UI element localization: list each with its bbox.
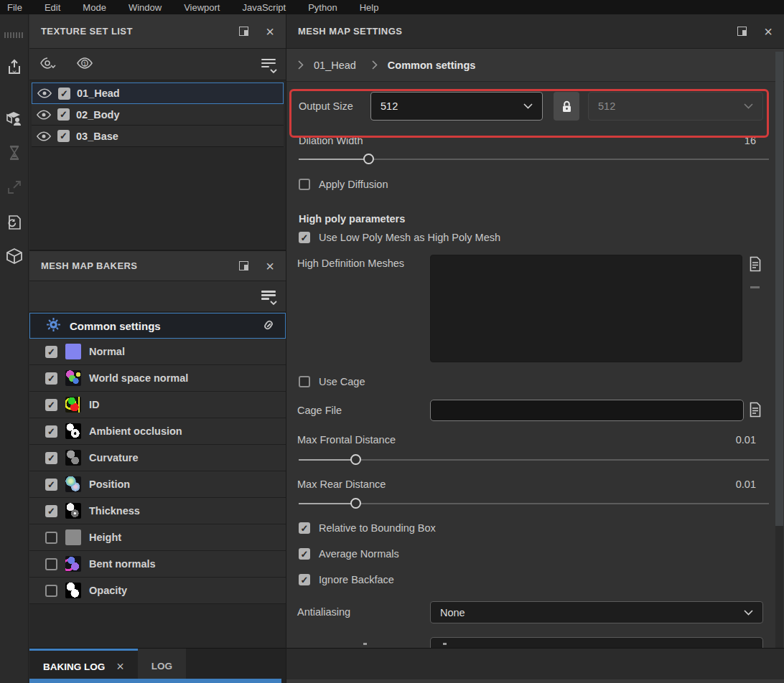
mesh-map-settings-panel: MESH MAP SETTINGS × 01_Head Common setti… [286, 14, 784, 648]
close-icon[interactable]: × [116, 659, 124, 674]
dilation-width-slider[interactable] [299, 154, 769, 165]
baker-row-ambient-occlusion[interactable]: ✓ Ambient occlusion [29, 418, 286, 445]
baker-checkbox[interactable]: ✓ [45, 372, 57, 385]
list-filter-icon[interactable] [261, 291, 276, 302]
baker-checkbox[interactable]: ✓ [45, 479, 57, 491]
chevron-right-icon [372, 60, 378, 70]
eye-icon[interactable] [37, 131, 51, 141]
tab-baking-log[interactable]: BAKING LOG × [29, 649, 138, 683]
baker-row-thickness[interactable]: ✓ Thickness [29, 498, 286, 524]
baker-row-world-space-normal[interactable]: ✓ World space normal [29, 365, 286, 392]
baker-row-opacity[interactable]: Opacity [29, 578, 286, 604]
texture-set-row-01-head[interactable]: ✓ 01_Head [32, 83, 284, 104]
high-definition-meshes-field[interactable] [430, 255, 742, 362]
toolbar-grip-handle[interactable] [4, 32, 24, 38]
output-size-select[interactable]: 512 [370, 92, 543, 121]
max-frontal-distance-slider[interactable] [299, 454, 769, 466]
antialiasing-label: Antialiasing [297, 606, 350, 618]
menu-viewport[interactable]: Viewport [184, 2, 220, 13]
slider-handle[interactable] [363, 154, 374, 164]
common-settings-row[interactable]: Common settings [29, 313, 286, 339]
texture-set-row-02-body[interactable]: ✓ 02_Body [32, 104, 284, 126]
baker-row-normal[interactable]: ✓ Normal [29, 339, 286, 365]
thickness-icon [65, 503, 81, 519]
baker-checkbox[interactable] [45, 585, 57, 597]
baker-label: Ambient occlusion [89, 425, 182, 437]
max-rear-distance-slider[interactable] [299, 498, 769, 509]
texture-set-checkbox[interactable]: ✓ [57, 108, 70, 121]
menu-file[interactable]: File [7, 2, 22, 13]
world-space-normal-icon [65, 370, 81, 386]
file-browse-icon[interactable] [749, 256, 762, 274]
baker-label: Thickness [89, 505, 140, 517]
tab-log[interactable]: LOG [138, 649, 186, 683]
reload-icon[interactable] [5, 213, 24, 232]
relative-to-bounding-box-checkbox[interactable]: ✓ [299, 522, 310, 534]
panel-title: MESH MAP SETTINGS [298, 26, 402, 37]
baker-label: Opacity [89, 585, 127, 596]
breadcrumb-texture-set[interactable]: 01_Head [314, 60, 356, 71]
use-low-poly-checkbox[interactable]: ✓ [299, 232, 310, 243]
float-panel-icon[interactable] [239, 261, 248, 270]
baker-row-position[interactable]: ✓ Position [29, 471, 286, 498]
baker-checkbox[interactable]: ✓ [45, 425, 57, 438]
texture-set-row-03-base[interactable]: ✓ 03_Base [32, 126, 284, 147]
menu-help[interactable]: Help [360, 2, 379, 13]
lock-ratio-button[interactable] [554, 92, 579, 121]
menu-edit[interactable]: Edit [45, 2, 60, 13]
menu-python[interactable]: Python [308, 2, 337, 13]
apply-diffusion-checkbox[interactable] [299, 179, 310, 190]
close-icon[interactable]: × [764, 27, 773, 37]
texture-set-checkbox[interactable]: ✓ [58, 88, 70, 100]
solo-view-icon[interactable]: 1 [75, 55, 94, 73]
cube-icon[interactable] [5, 247, 24, 265]
mesh-person-icon[interactable] [5, 109, 24, 128]
use-cage-checkbox[interactable] [299, 376, 310, 387]
active-panel-indicator [29, 679, 281, 683]
output-size-value: 512 [381, 100, 523, 112]
average-normals-checkbox[interactable]: ✓ [299, 548, 310, 560]
baker-rows: ✓ Normal ✓ World space normal ✓ ID ✓ Amb… [29, 339, 286, 604]
baker-row-bent-normals[interactable]: Bent normals [29, 551, 286, 578]
panel-title: MESH MAP BAKERS [41, 260, 137, 271]
baker-checkbox[interactable]: ✓ [45, 505, 57, 517]
baker-row-height[interactable]: Height [29, 524, 286, 551]
baker-row-id[interactable]: ✓ ID [29, 392, 286, 418]
texture-set-checkbox[interactable]: ✓ [57, 130, 70, 142]
file-browse-icon[interactable] [749, 402, 762, 420]
baker-checkbox[interactable]: ✓ [45, 346, 57, 358]
menu-javascript[interactable]: JavaScript [242, 2, 286, 13]
scrollbar-thumb[interactable] [775, 52, 783, 526]
export-icon[interactable] [5, 59, 24, 77]
breadcrumb: 01_Head Common settings [286, 49, 784, 82]
float-panel-icon[interactable] [737, 27, 747, 36]
baker-checkbox[interactable]: ✓ [45, 399, 57, 411]
slider-handle[interactable] [350, 454, 361, 465]
baker-checkbox[interactable] [45, 558, 57, 570]
baker-checkbox[interactable] [45, 532, 57, 544]
use-low-poly-label: Use Low Poly Mesh as High Poly Mesh [319, 232, 500, 243]
eye-icon[interactable] [37, 88, 52, 98]
list-filter-icon[interactable] [261, 59, 276, 70]
id-map-icon [65, 397, 81, 413]
link-icon[interactable] [261, 318, 276, 334]
baker-checkbox[interactable]: ✓ [45, 452, 57, 464]
baker-label: ID [89, 399, 100, 410]
remove-mesh-button[interactable] [750, 286, 760, 288]
menu-window[interactable]: Window [129, 2, 162, 13]
ignore-backface-checkbox[interactable]: ✓ [299, 574, 310, 585]
antialiasing-select[interactable]: None [430, 601, 763, 623]
breadcrumb-common-settings[interactable]: Common settings [388, 60, 475, 71]
slider-handle[interactable] [350, 498, 361, 509]
baker-row-curvature[interactable]: ✓ Curvature [29, 445, 286, 471]
visibility-mode-icon[interactable] [39, 55, 58, 73]
close-icon[interactable]: × [266, 261, 274, 271]
float-panel-icon[interactable] [239, 27, 248, 36]
cage-file-input[interactable] [430, 400, 744, 421]
hourglass-icon [5, 143, 24, 162]
menu-mode[interactable]: Mode [83, 2, 106, 13]
normal-map-icon [65, 344, 81, 359]
high-poly-parameters-heading: High poly parameters [299, 213, 405, 225]
close-icon[interactable]: × [266, 27, 274, 37]
eye-icon[interactable] [37, 110, 51, 120]
